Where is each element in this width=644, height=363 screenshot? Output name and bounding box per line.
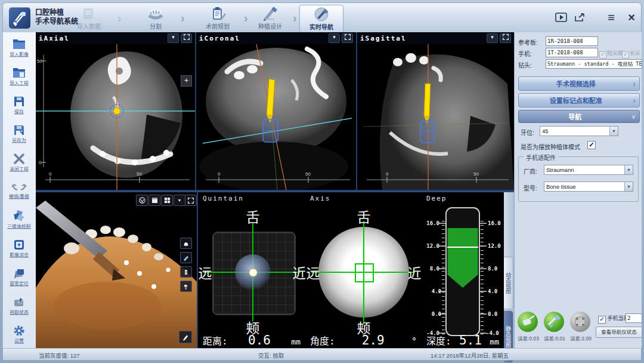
close-icon[interactable]: × bbox=[624, 10, 639, 24]
vendor-select[interactable]: Straumann ▼ bbox=[544, 165, 633, 175]
navigation-section-header[interactable]: 导航 ∨ bbox=[518, 110, 640, 123]
export-icon[interactable] bbox=[573, 10, 587, 24]
workflow-step-segmentation[interactable]: 分割 bbox=[134, 5, 177, 32]
expand-icon[interactable] bbox=[500, 33, 511, 43]
vendor-label: 厂商: bbox=[524, 167, 537, 176]
settings-gear-icon bbox=[13, 325, 25, 337]
close-project-icon bbox=[13, 153, 25, 165]
panel-deep: Deep 16.0 12.0 8.0 4.0 0.0 -4.0 16.0 bbox=[422, 191, 504, 349]
show-drill-icon[interactable] bbox=[180, 252, 192, 263]
chevron-icon: › bbox=[117, 11, 122, 25]
marker-registration-button[interactable]: 设置标记点和配准 › bbox=[518, 93, 640, 107]
svg-text:50: 50 bbox=[37, 59, 42, 64]
view-sagittal-canvas[interactable]: 0 50 bbox=[357, 44, 514, 190]
panel-axis: Axis 舌 远 近 颊 角度: 2.9 ° bbox=[305, 191, 422, 349]
patient-tracker-icon[interactable] bbox=[570, 312, 590, 332]
dropdown-icon[interactable]: ▼ bbox=[487, 33, 498, 43]
show-implant-icon[interactable] bbox=[180, 266, 192, 278]
sidebar-item-save-as[interactable]: 另存为 bbox=[3, 124, 35, 144]
handpiece-tracker-icon[interactable] bbox=[544, 312, 564, 332]
dropdown-arrow-icon: ▼ bbox=[624, 165, 633, 174]
sidebar-item-undo-redo[interactable]: 撤销/重做 bbox=[3, 182, 35, 200]
interaction-status: 交互: 拾取 bbox=[258, 351, 284, 359]
expand-icon[interactable] bbox=[342, 33, 353, 43]
sidebar-item-window-level[interactable]: 窗宽定位 bbox=[3, 267, 35, 287]
pencil-tool-icon[interactable] bbox=[179, 331, 192, 343]
undo-redo-icon bbox=[10, 182, 28, 192]
quintain-position-dot bbox=[249, 268, 258, 277]
video-window-icon[interactable] bbox=[554, 10, 568, 24]
image-browse-icon bbox=[13, 239, 25, 251]
sidebar-item-image-browse[interactable]: 影像浏览 bbox=[3, 239, 35, 259]
model-select[interactable]: Bone tissue ▼ bbox=[544, 182, 633, 192]
sidebar-item-volume-render[interactable]: 三维体绘制 bbox=[3, 210, 35, 230]
sagittal-ct-slice: 0 50 bbox=[357, 44, 514, 190]
handpiece-input[interactable]: 1T-2018-008 bbox=[546, 48, 598, 57]
error-value: 误差:0.03 bbox=[515, 334, 542, 342]
show-tooth-icon[interactable] bbox=[180, 238, 192, 249]
volume-render-canvas bbox=[36, 192, 197, 349]
workflow-step-preop-planning[interactable]: 术前规划 bbox=[196, 5, 239, 32]
tooth-position-select[interactable]: 45 ▼ bbox=[540, 126, 618, 136]
dropdown-icon[interactable]: ▼ bbox=[168, 33, 179, 43]
step-label: 术前规划 bbox=[196, 21, 239, 30]
layout-grid-icon[interactable] bbox=[161, 195, 173, 206]
reference-tracker-icon[interactable] bbox=[518, 312, 538, 332]
workflow-step-realtime-navigation[interactable]: 实时导航 bbox=[299, 5, 343, 33]
menu-icon[interactable]: ≡ bbox=[604, 10, 618, 24]
dropdown-icon[interactable]: ▼ bbox=[174, 195, 185, 206]
chevron-icon: › bbox=[293, 11, 297, 25]
direction-label-lingual: 舌 bbox=[246, 206, 260, 226]
view-axial: iAxial ▼ bbox=[36, 32, 195, 190]
chevron-icon: › bbox=[181, 11, 185, 25]
view-mode-tabstrip: 动态视图 静态视图 bbox=[504, 191, 514, 349]
title-bar: 口腔种植手术导航系统 导入数据 › 分割 › 术前规划 › bbox=[2, 2, 642, 33]
add-slice-button[interactable]: + bbox=[181, 75, 192, 87]
show-tooth-implant-icon[interactable] bbox=[180, 281, 192, 292]
svg-text:50: 50 bbox=[137, 171, 142, 177]
sidebar-item-import-image[interactable]: 导入影像 bbox=[3, 38, 35, 58]
model-label: 型号: bbox=[524, 183, 537, 192]
chevron-right-icon: › bbox=[633, 79, 636, 88]
navigator-status-button[interactable]: 查看导航仪状态 bbox=[596, 327, 642, 338]
expand-icon[interactable] bbox=[185, 195, 197, 206]
implant-mode-checkbox[interactable]: ✓ bbox=[587, 141, 596, 149]
sidebar-item-save[interactable]: 保存 bbox=[3, 96, 35, 115]
window-level-icon bbox=[13, 267, 26, 279]
direction-label-distal: 远 bbox=[199, 262, 212, 282]
pick-state-icon bbox=[13, 296, 26, 308]
view-title: iCoronal bbox=[199, 35, 240, 42]
view-3d-volume[interactable]: ▼ bbox=[36, 191, 197, 349]
handpiece-current-checkbox[interactable]: ✓ bbox=[598, 316, 606, 324]
camera-orientation-icon[interactable] bbox=[136, 195, 148, 206]
sidebar-item-close-project[interactable]: 关闭工程 bbox=[3, 153, 35, 173]
depth-readout: 深度: 5.1 mm bbox=[426, 333, 499, 347]
dropdown-arrow-icon: ▼ bbox=[609, 127, 618, 136]
tab-dynamic-view[interactable]: 动态视图 bbox=[504, 257, 513, 309]
view-title: iAxial bbox=[39, 35, 70, 42]
direction-label-lingual: 舌 bbox=[357, 206, 371, 226]
short-tip-checkbox[interactable]: ✓短尖端 bbox=[599, 49, 623, 59]
view-axial-canvas[interactable]: 50 0 0 50 + bbox=[36, 44, 195, 190]
sidebar-item-import-project[interactable]: 导入工程 bbox=[3, 67, 35, 87]
workflow-step-import-data[interactable]: 导入数据 bbox=[67, 5, 110, 32]
angle-readout: 角度: 2.9 ° bbox=[310, 333, 417, 347]
dropdown-icon[interactable]: ▼ bbox=[329, 33, 340, 43]
drill-input[interactable]: Straumann - standard - 攻丝钻 TE-BL - Φ3. bbox=[546, 59, 642, 69]
workflow-step-implant-design[interactable]: 种植设计 bbox=[249, 5, 292, 32]
coronal-ct-slice: 0 50 bbox=[196, 44, 356, 190]
surgery-video-select-button[interactable]: 手术视频选择 › bbox=[518, 76, 640, 91]
view-coronal-canvas[interactable]: 0 50 bbox=[196, 44, 356, 190]
status-bar: 当前灰度值: 127 交互: 拾取 14:17 2018年12月28日, 星期五 bbox=[2, 348, 642, 361]
handpiece-current-input[interactable]: 2 bbox=[626, 313, 642, 323]
sidebar-item-settings[interactable]: 设置 bbox=[3, 325, 35, 344]
reference-plate-input[interactable]: 1R-2018-008 bbox=[546, 36, 598, 46]
panel-view-icon[interactable] bbox=[148, 195, 160, 206]
drill-label: 钻头: bbox=[518, 60, 532, 69]
sidebar-item-pick-state[interactable]: 拾取状态 bbox=[3, 296, 35, 316]
expand-icon[interactable] bbox=[181, 33, 192, 43]
chevron-right-icon: › bbox=[633, 96, 636, 105]
direction-label-mesial: 近 bbox=[293, 262, 306, 282]
view-coronal-header: iCoronal ▼ bbox=[196, 32, 356, 44]
panel-title: Quintain bbox=[203, 195, 244, 202]
